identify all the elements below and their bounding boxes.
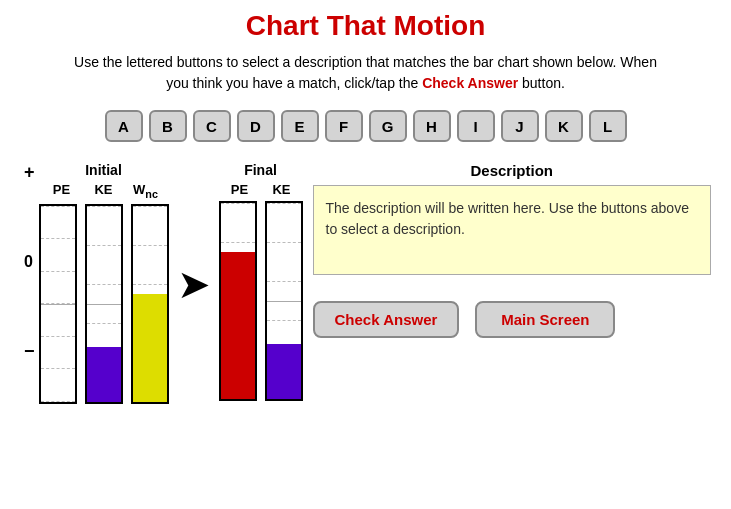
final-ke-frame bbox=[265, 201, 303, 401]
initial-wnc-bar bbox=[131, 204, 169, 404]
initial-wnc-fill bbox=[133, 294, 167, 402]
initial-pe-label: PE bbox=[43, 182, 81, 200]
letter-btn-j[interactable]: J bbox=[501, 110, 539, 142]
letter-buttons-row: ABCDEFGHIJKL bbox=[20, 110, 711, 142]
final-ke-bar bbox=[265, 201, 303, 401]
right-panel: Description The description will be writ… bbox=[313, 162, 711, 338]
axis-labels: + 0 − bbox=[20, 162, 39, 362]
letter-btn-d[interactable]: D bbox=[237, 110, 275, 142]
description-box: The description will be written here. Us… bbox=[313, 185, 711, 275]
final-label: Final bbox=[244, 162, 277, 178]
axis-plus-label: + bbox=[24, 162, 35, 183]
final-pe-fill bbox=[221, 252, 255, 399]
letter-btn-h[interactable]: H bbox=[413, 110, 451, 142]
initial-ke-fill bbox=[87, 347, 121, 402]
initial-pe-frame bbox=[39, 204, 77, 404]
initial-wnc-frame bbox=[131, 204, 169, 404]
final-ke-fill bbox=[267, 344, 301, 399]
letter-btn-i[interactable]: I bbox=[457, 110, 495, 142]
page-title: Chart That Motion bbox=[20, 10, 711, 42]
final-section: Final PE KE bbox=[219, 162, 303, 401]
letter-btn-b[interactable]: B bbox=[149, 110, 187, 142]
main-screen-button[interactable]: Main Screen bbox=[475, 301, 615, 338]
initial-col-labels: PE KE Wnc bbox=[43, 182, 165, 200]
axis-minus-label: − bbox=[24, 341, 35, 362]
letter-btn-k[interactable]: K bbox=[545, 110, 583, 142]
letter-btn-e[interactable]: E bbox=[281, 110, 319, 142]
instructions: Use the lettered buttons to select a des… bbox=[20, 52, 711, 94]
description-section: Description The description will be writ… bbox=[313, 162, 711, 275]
letter-btn-a[interactable]: A bbox=[105, 110, 143, 142]
check-answer-button[interactable]: Check Answer bbox=[313, 301, 460, 338]
letter-btn-f[interactable]: F bbox=[325, 110, 363, 142]
final-bars bbox=[219, 201, 303, 401]
letter-btn-g[interactable]: G bbox=[369, 110, 407, 142]
letter-btn-c[interactable]: C bbox=[193, 110, 231, 142]
initial-ke-bar bbox=[85, 204, 123, 404]
final-pe-label: PE bbox=[221, 182, 259, 197]
letter-btn-l[interactable]: L bbox=[589, 110, 627, 142]
arrow-icon: ➤ bbox=[177, 261, 211, 307]
initial-ke-frame bbox=[85, 204, 123, 404]
final-ke-label: KE bbox=[263, 182, 301, 197]
initial-ke-label: KE bbox=[85, 182, 123, 200]
page-wrapper: Chart That Motion Use the lettered butto… bbox=[0, 0, 731, 509]
initial-bars bbox=[39, 204, 169, 404]
chart-area: + 0 − Initial PE KE Wnc bbox=[20, 162, 303, 404]
initial-wnc-label: Wnc bbox=[127, 182, 165, 200]
axis-zero-label: 0 bbox=[24, 253, 35, 271]
description-title: Description bbox=[313, 162, 711, 179]
main-content: + 0 − Initial PE KE Wnc bbox=[20, 162, 711, 404]
action-buttons: Check Answer Main Screen bbox=[313, 301, 711, 338]
initial-section: Initial PE KE Wnc bbox=[39, 162, 169, 404]
final-pe-bar bbox=[219, 201, 257, 401]
arrow-container: ➤ bbox=[169, 184, 219, 384]
final-pe-frame bbox=[219, 201, 257, 401]
final-col-labels: PE KE bbox=[221, 182, 301, 197]
initial-pe-bar bbox=[39, 204, 77, 404]
initial-label: Initial bbox=[85, 162, 122, 178]
